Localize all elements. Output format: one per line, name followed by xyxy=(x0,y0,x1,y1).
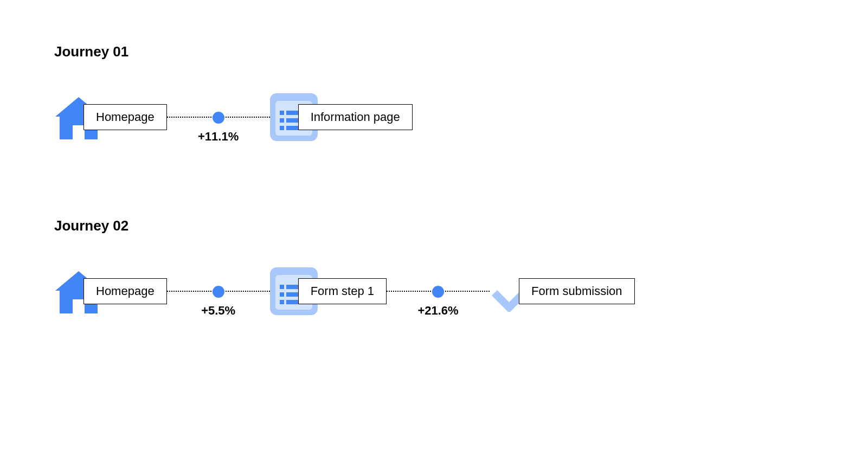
svg-rect-2 xyxy=(280,111,284,115)
node-label: Homepage xyxy=(83,278,167,304)
connector-line xyxy=(387,291,490,292)
node-label: Information page xyxy=(298,104,413,130)
journey-node-homepage: Homepage xyxy=(54,267,167,316)
connector-label: +11.1% xyxy=(198,130,239,144)
connector: +21.6% xyxy=(387,291,490,292)
journey-flow: Homepage +11.1% xyxy=(54,93,814,142)
connector-dot-icon xyxy=(432,286,444,298)
journey-node-form-submission: Form submission xyxy=(490,271,634,312)
svg-rect-14 xyxy=(280,300,284,304)
node-label: Form step 1 xyxy=(298,278,387,304)
journey-01: Journey 01 Homepage +11.1% xyxy=(54,43,814,142)
journey-title: Journey 01 xyxy=(54,43,814,60)
svg-rect-10 xyxy=(280,285,284,289)
connector: +11.1% xyxy=(167,117,270,118)
connector-label: +21.6% xyxy=(417,304,458,318)
connector-label: +5.5% xyxy=(201,304,235,318)
connector-line xyxy=(167,117,270,118)
journey-node-information-page: Information page xyxy=(270,93,413,141)
svg-rect-6 xyxy=(280,126,284,130)
node-label: Homepage xyxy=(83,104,167,130)
connector-dot-icon xyxy=(213,112,224,124)
journey-02: Journey 02 Homepage +5.5% xyxy=(54,217,814,316)
connector: +5.5% xyxy=(167,291,270,292)
journey-node-homepage: Homepage xyxy=(54,93,167,142)
svg-rect-12 xyxy=(280,292,284,297)
svg-rect-4 xyxy=(280,118,284,123)
node-label: Form submission xyxy=(519,278,634,304)
journey-flow: Homepage +5.5% xyxy=(54,267,814,316)
connector-dot-icon xyxy=(213,286,224,298)
journey-title: Journey 02 xyxy=(54,217,814,234)
journey-node-form-step-1: Form step 1 xyxy=(270,267,387,315)
connector-line xyxy=(167,291,270,292)
